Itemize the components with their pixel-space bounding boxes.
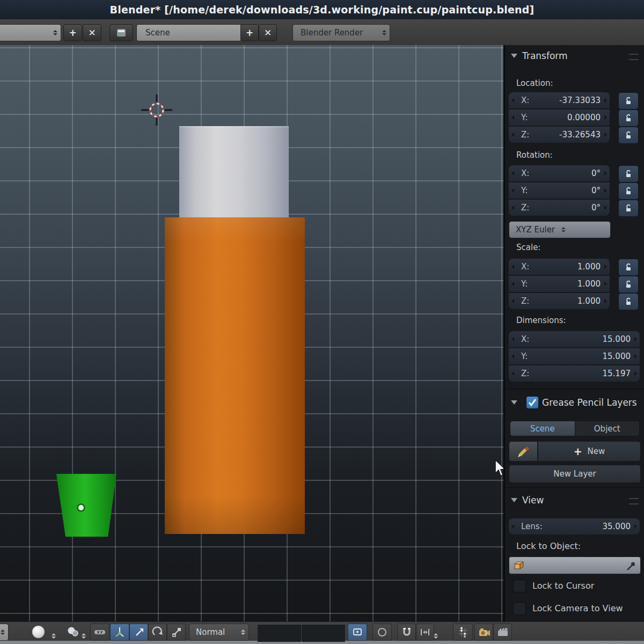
increment-arrow-icon[interactable] <box>604 171 607 175</box>
decrement-arrow-icon[interactable] <box>511 188 514 193</box>
grease-pencil-checkbox[interactable] <box>526 396 539 409</box>
decrement-arrow-icon[interactable] <box>511 337 514 341</box>
lock-to-scene-toggle[interactable] <box>348 624 367 641</box>
rotation-x-field[interactable]: X: 0° <box>509 165 610 181</box>
location-z-field[interactable]: Z: -33.26543 <box>509 127 610 143</box>
lock-to-object-picker[interactable] <box>509 557 641 574</box>
transform-orientation-dropdown[interactable]: Normal <box>189 624 249 641</box>
decrement-arrow-icon[interactable] <box>511 354 514 358</box>
scene-name-field[interactable]: Scene <box>136 24 241 41</box>
increment-arrow-icon[interactable] <box>604 115 607 120</box>
decrement-arrow-icon[interactable] <box>511 133 514 137</box>
lock-rotation-x-button[interactable] <box>618 165 639 182</box>
view-section-header[interactable]: View <box>511 494 544 507</box>
tab-scene[interactable]: Scene <box>510 421 575 436</box>
editor-type-button[interactable] <box>109 24 133 41</box>
decrement-arrow-icon[interactable] <box>511 265 514 269</box>
manipulator-toggle[interactable] <box>110 624 129 641</box>
location-x-field[interactable]: X: -37.33033 <box>509 92 610 108</box>
scale-x-field[interactable]: X: 1.000 <box>509 259 610 275</box>
translate-manipulator-button[interactable] <box>129 624 148 641</box>
rotate-manipulator-button[interactable] <box>148 624 167 641</box>
new-grease-pencil-button[interactable]: + New <box>538 441 641 462</box>
increment-arrow-icon[interactable] <box>604 299 607 303</box>
lock-scale-x-button[interactable] <box>618 259 639 276</box>
snap-peel-object-toggle[interactable] <box>453 624 473 641</box>
dimensions-y-field[interactable]: Y: 15.000 <box>509 348 640 364</box>
layers-grid-left[interactable] <box>258 625 301 642</box>
increment-arrow-icon[interactable] <box>604 133 607 137</box>
title-bar: Blender* [/home/derek/downloads/3d.worki… <box>0 0 644 20</box>
grease-pencil-section-header[interactable] <box>511 396 517 409</box>
decrement-arrow-icon[interactable] <box>511 282 514 286</box>
render-engine-dropdown[interactable]: Blender Render <box>292 24 390 41</box>
decrement-arrow-icon[interactable] <box>511 206 514 210</box>
decrement-arrow-icon[interactable] <box>511 371 514 376</box>
lock-location-z-button[interactable] <box>618 127 639 144</box>
scale-y-field[interactable]: Y: 1.000 <box>509 276 610 292</box>
lock-camera-to-view-checkbox[interactable] <box>513 602 526 615</box>
decrement-arrow-icon[interactable] <box>511 524 514 529</box>
layers-grid-right[interactable] <box>302 625 345 642</box>
scale-manipulator-button[interactable] <box>167 624 186 641</box>
pivot-point-dropdown[interactable] <box>63 624 83 640</box>
increment-arrow-icon[interactable] <box>634 354 637 358</box>
center-points-icon <box>93 626 106 638</box>
opengl-render-button[interactable] <box>474 624 493 641</box>
viewport-3d[interactable] <box>0 45 503 621</box>
increment-arrow-icon[interactable] <box>634 371 637 376</box>
add-layout-button[interactable]: + <box>63 24 82 41</box>
increment-arrow-icon[interactable] <box>604 265 607 269</box>
lock-rotation-z-button[interactable] <box>618 200 639 217</box>
rotation-mode-value: XYZ Euler <box>516 225 555 235</box>
decrement-arrow-icon[interactable] <box>511 115 514 120</box>
location-y-field[interactable]: Y: 0.00000 <box>509 109 610 126</box>
delete-scene-button[interactable]: ✕ <box>259 24 277 41</box>
decrement-arrow-icon[interactable] <box>511 299 514 303</box>
increment-arrow-icon[interactable] <box>604 188 607 193</box>
tab-object[interactable]: Object <box>575 421 640 436</box>
increment-arrow-icon[interactable] <box>604 282 607 286</box>
shading-dropdown-arrows-icon[interactable] <box>52 628 56 644</box>
transform-section-header[interactable]: Transform <box>511 49 568 62</box>
dimensions-z-field[interactable]: Z: 15.197 <box>509 365 640 382</box>
grease-pencil-data-button[interactable] <box>509 441 538 462</box>
new-layer-button[interactable]: New Layer <box>509 465 641 483</box>
object-cylinder-cap[interactable] <box>179 126 289 218</box>
panel-drag-handle[interactable] <box>629 54 639 60</box>
dimensions-x-field[interactable]: X: 15.000 <box>509 331 640 347</box>
proportional-edit-dropdown[interactable] <box>372 624 392 641</box>
lock-location-y-button[interactable] <box>618 109 639 127</box>
snap-toggle[interactable] <box>397 624 416 641</box>
manipulate-centers-toggle[interactable] <box>90 624 109 641</box>
delete-layout-button[interactable]: ✕ <box>83 24 101 41</box>
lock-location-x-button[interactable] <box>618 92 639 109</box>
viewport-shading-dropdown[interactable] <box>26 624 50 640</box>
snap-element-dropdown[interactable] <box>416 624 434 641</box>
object-green-cup[interactable] <box>54 471 119 537</box>
rotation-mode-dropdown[interactable]: XYZ Euler <box>509 221 611 238</box>
scale-z-field[interactable]: Z: 1.000 <box>509 293 610 309</box>
increment-arrow-icon[interactable] <box>604 206 607 210</box>
increment-arrow-icon[interactable] <box>604 98 607 103</box>
lock-rotation-y-button[interactable] <box>618 182 639 200</box>
lock-scale-y-button[interactable] <box>618 276 639 293</box>
object-cylinder-body[interactable] <box>165 217 305 534</box>
opengl-render-anim-button[interactable] <box>493 624 512 641</box>
rotation-z-field[interactable]: Z: 0° <box>509 200 610 216</box>
add-scene-button[interactable]: + <box>240 24 259 41</box>
decrement-arrow-icon[interactable] <box>511 171 514 175</box>
pivot-dropdown-arrows-icon[interactable] <box>82 628 86 644</box>
mode-dropdown-partial[interactable] <box>0 624 9 641</box>
lock-to-cursor-checkbox[interactable] <box>513 580 526 592</box>
lens-field[interactable]: Lens: 35.000 <box>509 518 640 535</box>
rotation-y-field[interactable]: Y: 0° <box>509 182 610 199</box>
eyedropper-icon[interactable] <box>625 560 636 572</box>
lock-scale-z-button[interactable] <box>618 293 639 310</box>
snap-dropdown-arrows-icon[interactable] <box>434 628 438 644</box>
screen-layout-dropdown[interactable] <box>0 24 61 41</box>
increment-arrow-icon[interactable] <box>634 524 637 529</box>
panel-drag-handle[interactable] <box>629 498 639 504</box>
decrement-arrow-icon[interactable] <box>511 98 514 103</box>
increment-arrow-icon[interactable] <box>634 337 637 341</box>
